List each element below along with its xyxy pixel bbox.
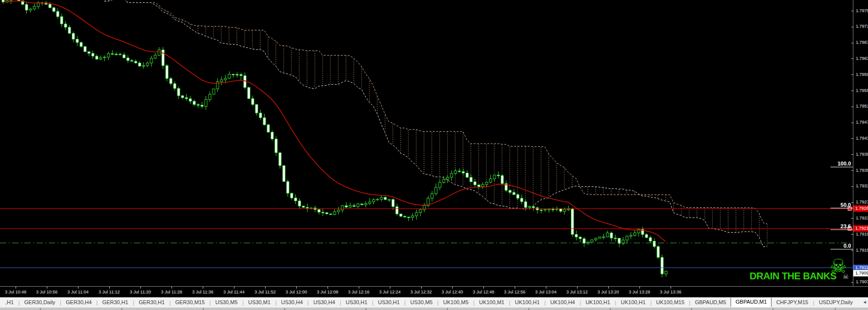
candle-body xyxy=(99,58,102,59)
chart-tab-uk100-m5[interactable]: UK100,M5 xyxy=(439,298,473,307)
time-axis[interactable]: 3 Jul 10:483 Jul 10:563 Jul 11:043 Jul 1… xyxy=(0,287,868,297)
chart-tab-us30-h1[interactable]: US30,H1 xyxy=(341,298,372,307)
candle-body xyxy=(96,56,98,59)
candle-body xyxy=(470,177,472,182)
candle-body xyxy=(478,185,480,187)
time-axis-tick xyxy=(109,287,110,289)
divider-mark xyxy=(447,308,448,310)
price-axis-tick xyxy=(851,170,853,171)
chart-tab-usdjpy-daily[interactable]: USDJPY,Daily xyxy=(814,298,857,307)
chart-tab--h1[interactable]: ,H1 xyxy=(1,298,18,307)
chart-tab-uk100-m15[interactable]: UK100,M15 xyxy=(652,298,689,307)
chart-tab-uk100-h4[interactable]: UK100,H4 xyxy=(546,298,579,307)
candle-wicks xyxy=(3,0,666,277)
candle-body xyxy=(396,207,398,214)
candle-body xyxy=(661,257,663,274)
mt4-chart-window: 100.050.023.60.0 1.79751.79711.79671.796… xyxy=(0,0,868,310)
candle-body xyxy=(372,200,375,202)
chart-tab-us30-h1[interactable]: US30,H1 xyxy=(374,298,405,307)
candle-body xyxy=(361,204,363,205)
candle-body xyxy=(634,233,636,236)
chart-tab-uk100-h1[interactable]: UK100,H1 xyxy=(617,298,650,307)
candle-body xyxy=(181,96,184,98)
candle-body xyxy=(267,125,270,132)
time-axis-label: 3 Jul 11:52 xyxy=(254,290,275,294)
chart-tab-us30-m5[interactable]: US30,M5 xyxy=(211,298,242,307)
time-axis-label: 3 Jul 10:48 xyxy=(5,290,26,294)
candle-body xyxy=(337,210,340,212)
candle-body xyxy=(302,206,305,207)
candle-body xyxy=(92,54,94,56)
time-axis-label: 3 Jul 11:12 xyxy=(98,290,119,294)
time-axis-tick xyxy=(577,287,578,289)
candle-body xyxy=(275,139,277,153)
time-axis-tick xyxy=(515,287,515,289)
candle-body xyxy=(251,99,254,105)
price-axis-label: 1.7915 xyxy=(856,248,868,253)
chart-tab-us30-m1[interactable]: US30,M1 xyxy=(244,298,275,307)
candle-body xyxy=(279,153,281,165)
chart-tab-uk100-h1[interactable]: UK100,H1 xyxy=(581,298,615,307)
chart-tab-ger30-h4[interactable]: GER30,H4 xyxy=(61,298,96,307)
price-axis-tick xyxy=(851,91,853,91)
price-axis-tick xyxy=(851,218,853,219)
chart-tab-ger30-h1[interactable]: GER30,H1 xyxy=(135,298,169,307)
candle-body xyxy=(60,17,63,24)
chart-tab-ger30-h1[interactable]: GER30,H1 xyxy=(98,298,133,307)
time-axis-label: 3 Jul 11:20 xyxy=(130,290,151,294)
candle-body xyxy=(606,233,609,237)
candle-body xyxy=(400,214,402,217)
candle-body xyxy=(232,74,234,75)
price-axis-label: 1.7907 xyxy=(856,279,868,285)
candle-body xyxy=(318,210,320,212)
candle-body xyxy=(111,54,114,55)
candle-body xyxy=(240,74,242,75)
time-axis-tick xyxy=(203,287,203,289)
candle-body xyxy=(220,80,223,82)
candle-body xyxy=(103,57,106,58)
chart-tab-chfjpy-m15[interactable]: CHFJPY,M15 xyxy=(772,298,813,307)
price-axis-tick xyxy=(851,107,853,107)
candle-body xyxy=(84,47,86,52)
candle-body xyxy=(524,201,527,207)
time-axis-label: 3 Jul 12:56 xyxy=(504,290,525,294)
candle-body xyxy=(388,200,390,201)
time-axis-label: 3 Jul 11:04 xyxy=(67,290,88,294)
ichimoku-senkou-a-line xyxy=(104,0,767,247)
candle-body xyxy=(88,52,90,54)
candle-body xyxy=(482,184,484,186)
chart-tab-us30-m5[interactable]: US30,M5 xyxy=(406,298,437,307)
time-axis-tick xyxy=(78,287,78,289)
time-axis-label: 3 Jul 12:24 xyxy=(379,290,401,294)
candle-body xyxy=(142,66,145,67)
candle-body xyxy=(107,54,110,57)
candle-body xyxy=(115,54,117,55)
time-axis-tick xyxy=(671,287,671,289)
candle-body xyxy=(392,200,394,207)
candle-body xyxy=(333,212,336,215)
chart-tab-uk100-h1[interactable]: UK100,H1 xyxy=(511,298,544,307)
chart-tab-ger30-daily[interactable]: GER30,Daily xyxy=(20,298,60,307)
chart-tab-ger30-m15[interactable]: GER30,M15 xyxy=(171,298,210,307)
candle-body xyxy=(501,176,503,183)
candle-body xyxy=(154,55,156,58)
chart-tab-gbpaud-m5[interactable]: GBPAUD,M5 xyxy=(691,298,731,307)
tab-scroll-left-arrow[interactable]: ◂ xyxy=(863,299,866,305)
candle-body xyxy=(248,88,250,99)
candle-body xyxy=(197,105,199,106)
chart-tab-us30-h4[interactable]: US30,H4 xyxy=(309,298,340,307)
chart-tab-gbpaud-m1[interactable]: GBPAUD,M1 xyxy=(731,297,772,307)
candle-body xyxy=(665,271,667,274)
candle-body xyxy=(205,99,207,106)
price-axis-label: 1.7967 xyxy=(856,40,868,45)
chart-tab-us30-h4[interactable]: US30,H4 xyxy=(277,298,308,307)
mouse-cursor-skull-icon: ☠ xyxy=(843,273,849,280)
candle-body xyxy=(653,241,656,247)
price-axis[interactable]: 1.79751.79711.79671.79631.79591.79551.79… xyxy=(853,0,868,286)
chart-tab-uk100-m1[interactable]: UK100,M1 xyxy=(475,298,509,307)
price-chart-canvas[interactable]: 100.050.023.60.0 xyxy=(0,0,853,286)
time-axis-tick xyxy=(359,287,359,289)
time-axis-tick xyxy=(608,287,609,289)
chart-tab-bar: ,H1|GER30,Daily|GER30,H4|GER30,H1|GER30,… xyxy=(0,297,868,307)
price-axis-label: 1.7975 xyxy=(856,8,868,14)
